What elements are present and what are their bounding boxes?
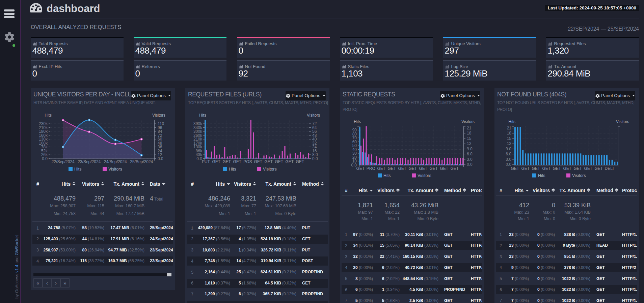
svg-text:GET: GET: [430, 166, 438, 171]
svg-text:Visitors: Visitors: [152, 113, 165, 118]
svg-text:12: 12: [507, 141, 512, 146]
svg-text:GET: GET: [521, 166, 530, 171]
svg-text:GET: GET: [212, 159, 221, 164]
svg-text:GET: GET: [553, 166, 561, 171]
svg-text:GET: GET: [595, 166, 603, 171]
svg-text:21: 21: [507, 126, 512, 130]
svg-text:Visitors: Visitors: [572, 173, 586, 178]
svg-text:PRO: PRO: [367, 166, 375, 171]
svg-text:0.0: 0.0: [42, 156, 48, 161]
svg-text:GET: GET: [388, 166, 396, 171]
svg-text:GET: GET: [286, 159, 294, 164]
svg-text:Hits: Hits: [508, 119, 515, 124]
svg-text:15: 15: [467, 136, 472, 141]
svg-text:GET: GET: [377, 166, 386, 171]
svg-text:GET: GET: [542, 166, 551, 171]
svg-text:GET: GET: [275, 159, 284, 164]
svg-text:GET: GET: [265, 159, 273, 164]
svg-text:23/Sep/2024: 23/Sep/2024: [78, 159, 101, 164]
svg-text:GET: GET: [223, 159, 231, 164]
svg-text:Visitors: Visitors: [418, 173, 431, 178]
svg-text:0.0: 0.0: [467, 162, 473, 167]
svg-text:9.0: 9.0: [506, 147, 511, 151]
svg-text:GET: GET: [356, 166, 365, 171]
svg-text:9.0: 9.0: [467, 147, 473, 151]
svg-text:Visitors: Visitors: [108, 167, 122, 172]
svg-text:GET: GET: [584, 166, 593, 171]
svg-text:0.0: 0.0: [158, 156, 163, 161]
svg-text:Visitors: Visitors: [263, 167, 277, 172]
svg-text:Hits: Hits: [199, 113, 206, 118]
svg-text:Hits: Hits: [74, 167, 82, 172]
svg-text:0.0: 0.0: [196, 156, 202, 161]
svg-text:Hits: Hits: [229, 167, 236, 172]
svg-text:GET: GET: [254, 159, 263, 164]
svg-text:PUT: PUT: [202, 159, 210, 164]
svg-text:POS: POS: [243, 159, 252, 164]
svg-text:GET: GET: [233, 159, 242, 164]
svg-text:Visitors: Visitors: [307, 113, 320, 118]
svg-text:GET: GET: [532, 166, 540, 171]
svg-text:GET: GET: [440, 166, 449, 171]
svg-text:18: 18: [507, 131, 512, 135]
svg-text:Visitors: Visitors: [616, 119, 629, 124]
svg-text:12: 12: [467, 141, 472, 146]
svg-text:GET: GET: [511, 166, 519, 171]
svg-text:Hits: Hits: [383, 173, 391, 178]
svg-text:Hits: Hits: [354, 119, 361, 124]
svg-text:GET: GET: [419, 166, 428, 171]
svg-text:24/Sep/2024: 24/Sep/2024: [104, 159, 127, 164]
svg-text:15: 15: [507, 136, 512, 141]
svg-text:GET: GET: [574, 166, 582, 171]
svg-text:Hits: Hits: [45, 113, 52, 118]
svg-text:GET: GET: [409, 166, 417, 171]
svg-text:21: 21: [467, 126, 472, 130]
svg-text:3.0: 3.0: [506, 157, 511, 162]
svg-text:18: 18: [467, 131, 472, 135]
svg-text:6.0: 6.0: [467, 152, 473, 156]
svg-text:22/Sep/2024: 22/Sep/2024: [52, 159, 75, 164]
svg-text:Hits: Hits: [538, 173, 545, 178]
svg-text:Visitors: Visitors: [461, 119, 475, 124]
svg-text:25/Sep/2024: 25/Sep/2024: [130, 159, 153, 164]
svg-text:3.0: 3.0: [467, 157, 473, 162]
svg-text:GET: GET: [451, 166, 459, 171]
svg-text:GET: GET: [398, 166, 407, 171]
svg-text:6.0: 6.0: [506, 152, 511, 156]
svg-text:0.0: 0.0: [312, 156, 318, 161]
svg-text:GET: GET: [563, 166, 572, 171]
svg-text:DELI: DELI: [605, 166, 614, 171]
svg-text:GET: GET: [296, 159, 304, 164]
